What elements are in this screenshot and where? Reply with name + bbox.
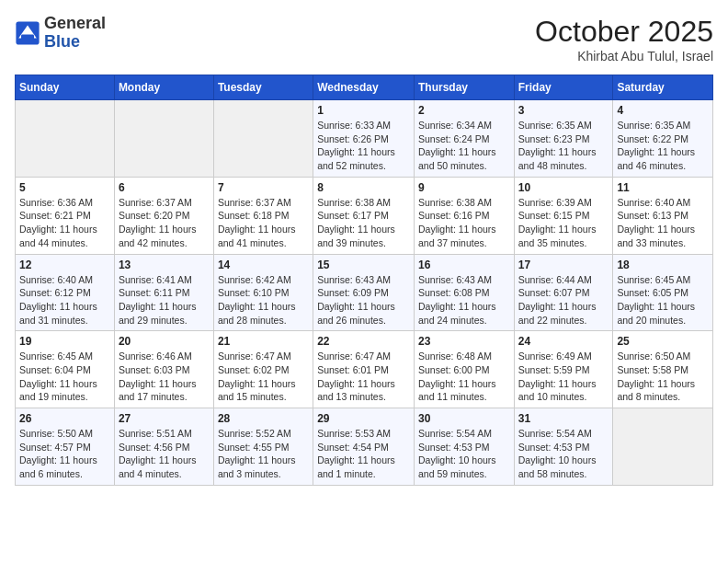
day-info: Sunrise: 6:34 AM Sunset: 6:24 PM Dayligh… [418, 119, 510, 173]
day-info: Sunrise: 6:46 AM Sunset: 6:03 PM Dayligh… [119, 350, 210, 404]
day-info: Sunrise: 5:53 AM Sunset: 4:54 PM Dayligh… [317, 427, 410, 481]
month-title: October 2025 [535, 15, 713, 49]
day-info: Sunrise: 6:45 AM Sunset: 6:05 PM Dayligh… [617, 273, 709, 327]
day-number: 12 [19, 259, 110, 271]
day-number: 20 [119, 335, 210, 348]
calendar-day-cell: 31Sunrise: 5:54 AM Sunset: 4:53 PM Dayli… [514, 408, 613, 486]
logo-general: General [44, 15, 106, 33]
day-info: Sunrise: 6:40 AM Sunset: 6:12 PM Dayligh… [19, 273, 110, 327]
day-info: Sunrise: 6:37 AM Sunset: 6:18 PM Dayligh… [218, 196, 309, 250]
calendar-day-cell: 18Sunrise: 6:45 AM Sunset: 6:05 PM Dayli… [613, 254, 713, 331]
calendar-day-cell: 19Sunrise: 6:45 AM Sunset: 6:04 PM Dayli… [16, 331, 115, 408]
day-number: 17 [518, 259, 609, 271]
weekday-header: Thursday [414, 75, 514, 100]
calendar-day-cell: 23Sunrise: 6:48 AM Sunset: 6:00 PM Dayli… [414, 331, 514, 408]
day-info: Sunrise: 6:48 AM Sunset: 6:00 PM Dayligh… [418, 350, 510, 404]
calendar-table: SundayMondayTuesdayWednesdayThursdayFrid… [15, 75, 713, 486]
calendar-day-cell: 12Sunrise: 6:40 AM Sunset: 6:12 PM Dayli… [16, 254, 115, 331]
calendar-day-cell: 15Sunrise: 6:43 AM Sunset: 6:09 PM Dayli… [313, 254, 415, 331]
day-number: 22 [317, 335, 410, 348]
calendar-day-cell: 30Sunrise: 5:54 AM Sunset: 4:53 PM Dayli… [414, 408, 514, 486]
day-info: Sunrise: 6:40 AM Sunset: 6:13 PM Dayligh… [617, 196, 709, 250]
calendar-day-cell: 25Sunrise: 6:50 AM Sunset: 5:58 PM Dayli… [613, 331, 713, 408]
calendar-day-cell: 2Sunrise: 6:34 AM Sunset: 6:24 PM Daylig… [414, 100, 514, 178]
calendar-day-cell [16, 100, 115, 178]
calendar-week-row: 26Sunrise: 5:50 AM Sunset: 4:57 PM Dayli… [16, 408, 713, 486]
day-number: 2 [418, 104, 510, 117]
day-info: Sunrise: 6:43 AM Sunset: 6:08 PM Dayligh… [418, 273, 510, 327]
calendar-week-row: 19Sunrise: 6:45 AM Sunset: 6:04 PM Dayli… [16, 331, 713, 408]
day-info: Sunrise: 6:36 AM Sunset: 6:21 PM Dayligh… [19, 196, 110, 250]
calendar-day-cell: 6Sunrise: 6:37 AM Sunset: 6:20 PM Daylig… [114, 177, 213, 254]
day-info: Sunrise: 5:54 AM Sunset: 4:53 PM Dayligh… [418, 427, 510, 481]
day-info: Sunrise: 5:52 AM Sunset: 4:55 PM Dayligh… [218, 427, 309, 481]
day-number: 24 [518, 335, 609, 348]
day-info: Sunrise: 5:54 AM Sunset: 4:53 PM Dayligh… [518, 427, 609, 481]
day-info: Sunrise: 6:38 AM Sunset: 6:17 PM Dayligh… [317, 196, 410, 250]
calendar-day-cell [613, 408, 713, 486]
day-info: Sunrise: 6:44 AM Sunset: 6:07 PM Dayligh… [518, 273, 609, 327]
day-number: 19 [19, 335, 110, 348]
logo: General Blue [15, 15, 106, 52]
day-number: 13 [119, 259, 210, 271]
day-info: Sunrise: 6:43 AM Sunset: 6:09 PM Dayligh… [317, 273, 410, 327]
day-number: 30 [418, 412, 510, 425]
calendar-day-cell: 7Sunrise: 6:37 AM Sunset: 6:18 PM Daylig… [213, 177, 313, 254]
weekday-header: Saturday [613, 75, 713, 100]
calendar-day-cell: 14Sunrise: 6:42 AM Sunset: 6:10 PM Dayli… [213, 254, 313, 331]
day-number: 25 [617, 335, 709, 348]
day-number: 16 [418, 259, 510, 271]
calendar-day-cell: 29Sunrise: 5:53 AM Sunset: 4:54 PM Dayli… [313, 408, 415, 486]
calendar-day-cell: 11Sunrise: 6:40 AM Sunset: 6:13 PM Dayli… [613, 177, 713, 254]
day-info: Sunrise: 6:47 AM Sunset: 6:01 PM Dayligh… [317, 350, 410, 404]
day-info: Sunrise: 6:37 AM Sunset: 6:20 PM Dayligh… [119, 196, 210, 250]
weekday-header: Wednesday [313, 75, 415, 100]
weekday-header: Monday [114, 75, 213, 100]
day-number: 18 [617, 259, 709, 271]
day-number: 29 [317, 412, 410, 425]
day-number: 26 [19, 412, 110, 425]
calendar-day-cell: 16Sunrise: 6:43 AM Sunset: 6:08 PM Dayli… [414, 254, 514, 331]
day-number: 5 [19, 181, 110, 194]
calendar-day-cell: 27Sunrise: 5:51 AM Sunset: 4:56 PM Dayli… [114, 408, 213, 486]
calendar-day-cell: 17Sunrise: 6:44 AM Sunset: 6:07 PM Dayli… [514, 254, 613, 331]
day-info: Sunrise: 6:45 AM Sunset: 6:04 PM Dayligh… [19, 350, 110, 404]
day-number: 6 [119, 181, 210, 194]
logo-icon [15, 20, 40, 46]
day-number: 10 [518, 181, 609, 194]
day-number: 9 [418, 181, 510, 194]
calendar-day-cell: 13Sunrise: 6:41 AM Sunset: 6:11 PM Dayli… [114, 254, 213, 331]
weekday-header: Friday [514, 75, 613, 100]
day-number: 14 [218, 259, 309, 271]
calendar-day-cell: 8Sunrise: 6:38 AM Sunset: 6:17 PM Daylig… [313, 177, 415, 254]
calendar-day-cell: 1Sunrise: 6:33 AM Sunset: 6:26 PM Daylig… [313, 100, 415, 178]
weekday-header-row: SundayMondayTuesdayWednesdayThursdayFrid… [16, 75, 713, 100]
day-number: 28 [218, 412, 309, 425]
day-number: 8 [317, 181, 410, 194]
day-info: Sunrise: 6:38 AM Sunset: 6:16 PM Dayligh… [418, 196, 510, 250]
day-info: Sunrise: 5:50 AM Sunset: 4:57 PM Dayligh… [19, 427, 110, 481]
day-info: Sunrise: 6:41 AM Sunset: 6:11 PM Dayligh… [119, 273, 210, 327]
day-info: Sunrise: 6:35 AM Sunset: 6:23 PM Dayligh… [518, 119, 609, 173]
day-number: 15 [317, 259, 410, 271]
logo-text: General Blue [44, 15, 106, 52]
calendar-day-cell: 20Sunrise: 6:46 AM Sunset: 6:03 PM Dayli… [114, 331, 213, 408]
calendar-day-cell: 22Sunrise: 6:47 AM Sunset: 6:01 PM Dayli… [313, 331, 415, 408]
day-number: 4 [617, 104, 709, 117]
calendar-day-cell: 4Sunrise: 6:35 AM Sunset: 6:22 PM Daylig… [613, 100, 713, 178]
day-number: 23 [418, 335, 510, 348]
day-info: Sunrise: 6:42 AM Sunset: 6:10 PM Dayligh… [218, 273, 309, 327]
calendar-day-cell: 9Sunrise: 6:38 AM Sunset: 6:16 PM Daylig… [414, 177, 514, 254]
day-number: 21 [218, 335, 309, 348]
calendar-day-cell: 21Sunrise: 6:47 AM Sunset: 6:02 PM Dayli… [213, 331, 313, 408]
calendar-week-row: 12Sunrise: 6:40 AM Sunset: 6:12 PM Dayli… [16, 254, 713, 331]
svg-rect-2 [21, 34, 34, 40]
day-number: 27 [119, 412, 210, 425]
day-info: Sunrise: 6:49 AM Sunset: 5:59 PM Dayligh… [518, 350, 609, 404]
day-number: 3 [518, 104, 609, 117]
weekday-header: Sunday [16, 75, 115, 100]
location: Khirbat Abu Tulul, Israel [535, 49, 713, 63]
day-number: 1 [317, 104, 410, 117]
day-number: 31 [518, 412, 609, 425]
calendar-day-cell [213, 100, 313, 178]
